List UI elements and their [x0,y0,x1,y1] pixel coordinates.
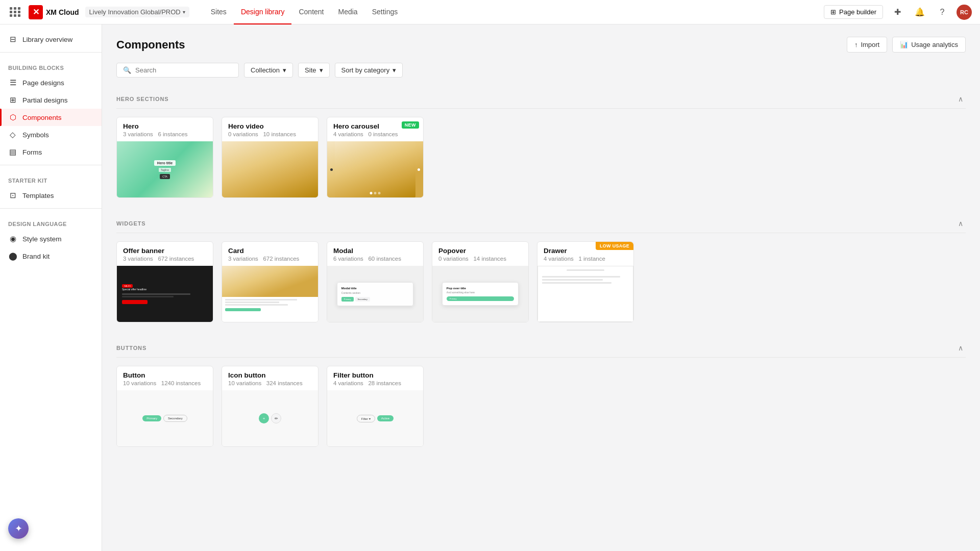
sidebar-item-style-system[interactable]: ◉ Style system [0,230,102,247]
card-line-3 [225,304,288,306]
sidebar-item-components[interactable]: ⬡ Components [0,109,102,126]
brand-kit-icon: ⬤ [8,252,17,261]
dot-1 [370,192,373,194]
popover-preview: Pop over title And something else here P… [442,282,519,306]
collection-filter-label: Collection [251,66,280,74]
building-blocks-section-label: Building blocks [0,57,102,74]
component-card-modal[interactable]: Modal 6 variations 60 instances Modal ti… [327,241,424,322]
component-card-button[interactable]: Button 10 variations 1240 instances Prim… [116,366,213,447]
popover-body: And something else here [447,291,514,294]
fab-button[interactable]: ✦ [8,518,29,539]
sidebar-item-label: Templates [22,192,54,199]
topnav-right: ⊞ Page builder ✚ 🔔 ? RC [824,4,972,20]
site-filter[interactable]: Site ▾ [298,63,329,78]
collection-chevron-icon: ▾ [283,66,286,74]
main-navigation: Sites Design library Content Media Setti… [204,0,405,24]
import-label: Import [861,41,879,48]
card-meta: 4 variations 28 instances [333,380,417,386]
bell-icon-button[interactable]: 🔔 [912,4,928,20]
buttons-section: BUTTONS ∧ Button 10 variations 1240 inst… [116,339,966,447]
card-name: Offer banner [123,247,207,255]
card-preview: Primary Secondary [117,390,213,446]
offer-bar-2 [122,296,174,297]
sidebar-item-partial-designs[interactable]: ⊞ Partial designs [0,91,102,109]
card-preview-inner [222,141,318,197]
import-button[interactable]: ↑ Import [847,37,887,53]
page-builder-button[interactable]: ⊞ Page builder [824,5,883,19]
nav-item-sites[interactable]: Sites [204,0,234,24]
analytics-icon: 📊 [900,41,908,48]
widgets-title: WIDGETS [116,220,146,227]
starter-kit-section-label: Starter kit [0,169,102,187]
component-card-icon-button[interactable]: Icon button 10 variations 324 instances … [222,366,318,447]
component-card-card[interactable]: Card 3 variations 672 instances [222,241,318,322]
search-input[interactable] [135,66,232,74]
sidebar-item-brand-kit[interactable]: ⬤ Brand kit [0,247,102,265]
component-card-hero-video[interactable]: Hero video 0 variations 10 instances [222,117,318,198]
card-info: Offer banner 3 variations 672 instances [117,242,213,266]
hero-title-text: Hero title [154,160,176,166]
component-card-offer-banner[interactable]: Offer banner 3 variations 672 instances … [116,241,213,322]
card-preview: SALES Special offer headline [117,266,213,322]
sidebar-item-forms[interactable]: ▤ Forms [0,143,102,161]
page-layout: ⊟ Library overview Building blocks ☰ Pag… [0,24,980,551]
component-card-drawer[interactable]: LOW USAGE Drawer 4 variations 1 instance [537,241,634,322]
page-builder-label: Page builder [839,8,876,16]
modal-primary-btn: Primary [341,297,354,302]
buttons-collapse-button[interactable]: ∧ [955,343,966,353]
card-meta: 4 variations 1 instance [544,256,627,262]
sidebar-item-library-overview[interactable]: ⊟ Library overview [0,31,102,48]
main-actions: ↑ Import 📊 Usage analytics [847,37,966,53]
tenant-selector[interactable]: Lively Innovation Global/PROD ▾ [85,7,189,17]
card-preview-inner [537,266,633,322]
search-bar[interactable]: 🔍 [116,63,239,78]
card-name: Filter button [333,371,417,379]
modal-preview: Modal title Contents section Primary Sec… [337,282,413,306]
card-info: Icon button 10 variations 324 instances [222,366,318,390]
card-name: Popover [438,247,522,255]
sidebar-item-page-designs[interactable]: ☰ Page designs [0,74,102,91]
nav-item-content[interactable]: Content [291,0,331,24]
nav-item-design-library[interactable]: Design library [234,0,292,24]
card-name: Icon button [228,371,312,379]
card-preview: + ✏ [222,390,318,446]
sidebar-divider-3 [0,208,102,209]
offer-preview: SALES Special offer headline [117,266,213,322]
plus-icon-button[interactable]: ✚ [889,4,905,20]
card-info: Hero 3 variations 6 instances [117,117,213,141]
fab-icon: ✦ [15,523,22,534]
component-card-filter-button[interactable]: Filter button 4 variations 28 instances … [327,366,424,447]
sidebar-item-label-library-overview: Library overview [22,36,72,43]
usage-analytics-button[interactable]: 📊 Usage analytics [892,37,966,53]
nav-item-media[interactable]: Media [331,0,365,24]
component-card-popover[interactable]: Popover 0 variations 14 instances Pop ov… [432,241,529,322]
page-title: Components [116,38,185,52]
sidebar-item-templates[interactable]: ⊡ Templates [0,187,102,204]
search-icon: 🔍 [123,66,131,74]
design-language-section-label: Design language [0,213,102,230]
hero-sections-collapse-button[interactable]: ∧ [955,94,966,104]
xm-logo-icon: ✕ [29,5,43,19]
user-avatar[interactable]: RC [957,5,972,20]
card-info: Popover 0 variations 14 instances [432,242,528,266]
widgets-collapse-button[interactable]: ∧ [955,218,966,229]
collection-filter[interactable]: Collection ▾ [244,63,293,78]
apps-menu-button[interactable] [8,5,22,19]
nav-item-settings[interactable]: Settings [365,0,405,24]
hero-sections-section: HERO SECTIONS ∧ Hero 3 variations 6 inst… [116,90,966,198]
modal-secondary-btn: Secondary [355,297,370,302]
drawer-preview [537,266,633,322]
card-meta: 3 variations 6 instances [123,131,207,137]
carousel-dots [370,192,381,194]
sidebar-item-label: Forms [22,148,42,156]
drawer-handle [567,269,604,271]
component-card-hero[interactable]: Hero 3 variations 6 instances Hero title… [116,117,213,198]
card-meta: 3 variations 672 instances [228,256,312,262]
sort-filter[interactable]: Sort by category ▾ [335,63,403,78]
card-meta: 10 variations 324 instances [228,380,312,386]
component-card-hero-carousel[interactable]: NEW Hero carousel 4 variations 0 instanc… [327,117,424,198]
sidebar-item-symbols[interactable]: ◇ Symbols [0,126,102,143]
carousel-preview [327,141,423,197]
help-icon-button[interactable]: ? [934,4,950,20]
card-line-1 [225,299,297,300]
